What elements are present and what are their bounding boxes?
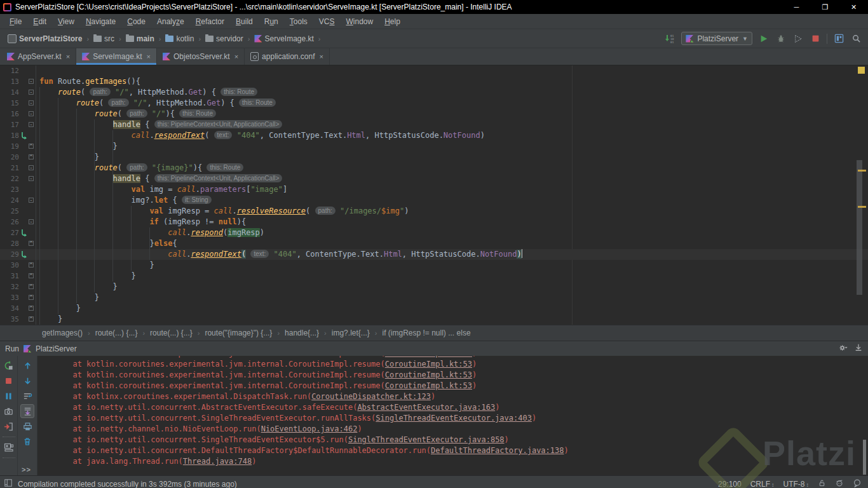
fold-collapse-icon[interactable]: - [29,198,34,203]
code-line[interactable]: 23 val img = call.parameters["image"] [0,184,868,195]
print-button[interactable] [20,419,34,433]
debug-button[interactable] [775,33,787,44]
fold-collapse-icon[interactable]: - [29,165,34,170]
editor-tab-objetosserver-kt[interactable]: ObjetosServer.kt× [157,48,245,65]
code-line[interactable]: 30^ } [0,260,868,271]
code-breadcrumb-item[interactable]: if (imgResp != null) ... else [381,329,472,337]
warning-stripe-mark[interactable] [858,170,866,172]
soft-wrap-button[interactable] [20,389,34,403]
close-tab-button[interactable] [2,419,16,433]
prev-occurrence-button[interactable] [20,358,34,372]
code-line[interactable]: 17- handle { this: PipelineContext<Unit,… [0,119,868,130]
menu-item-file[interactable]: File [4,15,27,29]
menu-item-view[interactable]: View [52,15,80,29]
code-line[interactable]: 18 call.respondText( text: "404", Conten… [0,130,868,141]
code-line[interactable]: 31^ } [0,271,868,281]
code-breadcrumb-item[interactable]: handle{...} [283,329,320,337]
close-tab-icon[interactable]: × [320,53,323,60]
rerun-button[interactable] [2,358,16,372]
code-line[interactable]: 33^ } [0,292,868,303]
code-breadcrumb-item[interactable]: img?.let{...} [330,329,371,337]
warning-stripe-mark[interactable] [858,206,866,208]
stack-trace-file-link[interactable]: CoroutineImpl.kt:53 [385,370,472,379]
nav-crumb-serverplatzistore[interactable]: ServerPlatziStore [6,33,83,44]
menu-item-edit[interactable]: Edit [27,15,52,29]
settings-panels-icon[interactable] [833,33,844,44]
code-line[interactable]: 19^ } [0,141,868,152]
menu-item-refactor[interactable]: Refactor [190,15,230,29]
code-line[interactable]: 32^ } [0,281,868,292]
code-line[interactable]: 24- img?.let { it: String [0,195,868,206]
event-log-bubble-icon[interactable] [853,478,862,488]
hide-panel-icon[interactable] [854,343,863,354]
maximize-button[interactable]: ❐ [811,0,839,14]
nav-crumb-kotlin[interactable]: kotlin [164,33,195,44]
editor-scrollbar[interactable] [857,160,862,295]
settings-gear-icon[interactable] [838,343,848,355]
close-tab-icon[interactable]: × [66,53,70,60]
minimize-button[interactable]: ─ [782,0,811,14]
code-line[interactable]: 28^ }else{ [0,238,868,249]
editor-tab-application-conf[interactable]: application.conf× [245,48,330,65]
code-breadcrumb-item[interactable]: route(...) {...} [149,329,194,337]
code-line[interactable]: 16- route( path: "/"){ this: Route [0,109,868,119]
toolwindow-switcher-icon[interactable] [4,478,13,488]
fold-end-icon[interactable]: ^ [29,262,34,268]
fold-end-icon[interactable]: ^ [29,284,34,289]
fold-end-icon[interactable]: ^ [29,273,34,278]
next-occurrence-button[interactable] [20,374,34,388]
fold-end-icon[interactable]: ^ [29,241,34,246]
nav-crumb-main[interactable]: main [125,33,156,44]
line-separator-widget[interactable]: CRLF↕ [750,480,775,488]
stack-trace-file-link[interactable]: CoroutineImpl.kt:53 [385,360,472,369]
run-tab-config-name[interactable]: PlatziServer [36,344,77,353]
code-line[interactable]: 14- route( path: "/", HttpMethod.Get) { … [0,87,868,98]
code-breadcrumb-item[interactable]: route(...) {...} [94,329,139,337]
menu-item-build[interactable]: Build [230,15,259,29]
fold-collapse-icon[interactable]: - [29,219,34,224]
close-button[interactable]: ✕ [839,0,868,14]
update-project-icon[interactable]: 011001 [664,33,675,44]
fold-end-icon[interactable]: ^ [29,144,34,149]
fold-end-icon[interactable]: ^ [29,295,34,300]
show-more-button[interactable]: >> [22,466,31,473]
fold-collapse-icon[interactable]: - [29,100,34,105]
thread-dump-button[interactable] [2,404,16,418]
code-breadcrumb-item[interactable]: getImages() [41,329,84,337]
code-line[interactable]: 13-fun Route.getImages(){ [0,76,868,87]
fold-collapse-icon[interactable]: - [29,111,34,116]
run-console[interactable]: at kotlin.coroutines.experimental.jvm.in… [37,356,868,475]
fold-end-icon[interactable]: ^ [29,154,34,159]
code-line[interactable]: 21- route( path: "{image}"){ this: Route [0,163,868,173]
inspection-profile-icon[interactable] [835,478,844,488]
stack-trace-file-link[interactable]: CoroutineDispatcher.kt:123 [311,392,431,401]
menu-item-vcs[interactable]: VCS [313,15,341,29]
code-breadcrumb-item[interactable]: route("{image}") {...} [203,329,273,337]
status-message[interactable]: Compilation completed successfully in 3s… [18,480,237,488]
code-line[interactable]: 12 [0,65,868,76]
stack-trace-file-link[interactable]: CoroutineImpl.kt:53 [385,381,472,390]
stop-button[interactable] [2,374,16,388]
stack-trace-file-link[interactable]: NioEventLoop.java:462 [261,424,358,433]
close-tab-icon[interactable]: × [147,53,151,60]
stop-button[interactable] [810,33,821,44]
stack-trace-file-link[interactable]: CoroutineImpl.kt:53 [385,356,472,358]
encoding-widget[interactable]: UTF-8↕ [783,480,810,488]
editor-tab-appserver-kt[interactable]: AppServer.kt× [1,48,76,65]
menu-item-help[interactable]: Help [379,15,406,29]
menu-item-navigate[interactable]: Navigate [80,15,121,29]
fold-collapse-icon[interactable]: - [29,122,34,127]
clear-all-button[interactable] [20,435,34,449]
unlocked-padlock-icon[interactable] [818,479,826,488]
scroll-to-end-button[interactable] [20,404,34,418]
console-settings-button[interactable] [2,440,16,454]
close-tab-icon[interactable]: × [234,53,238,60]
code-editor[interactable]: 1213-fun Route.getImages(){14- route( pa… [0,65,868,325]
code-line[interactable]: 15- route( path: "/", HttpMethod.Get) { … [0,98,868,109]
code-line[interactable]: 34^ } [0,303,868,314]
code-line[interactable]: 20^ } [0,152,868,163]
menu-item-analyze[interactable]: Analyze [151,15,190,29]
code-line[interactable]: 25 val imgResp = call.resolveResource( p… [0,206,868,217]
caret-position-widget[interactable]: 29:100 [718,480,742,488]
run-with-coverage-button[interactable] [792,33,804,44]
